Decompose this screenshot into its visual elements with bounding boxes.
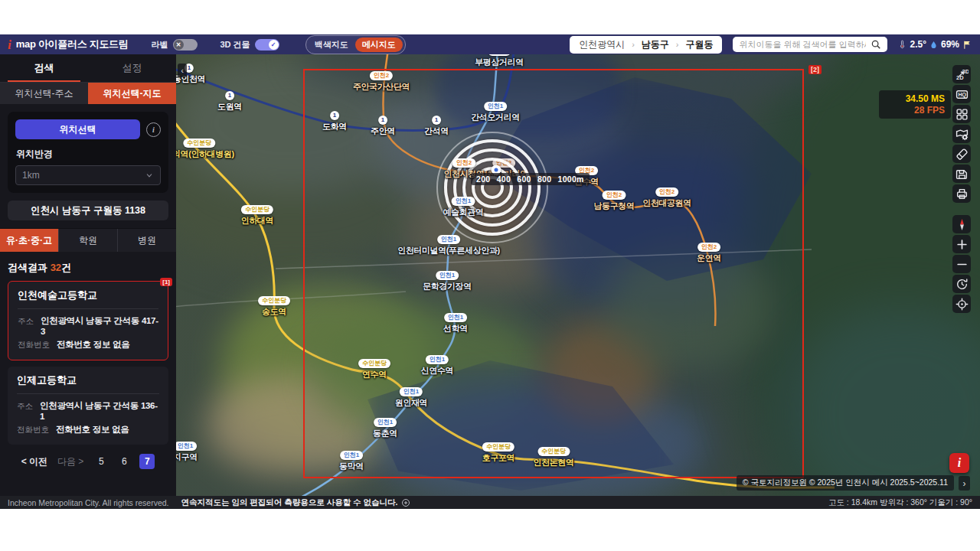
app-title: map 아이플러스 지도드림 (16, 37, 129, 51)
latency-value: 34.50 MS (885, 93, 945, 104)
result-phone: 전화번호 정보 없음 (56, 424, 129, 435)
map-settings-icon[interactable] (952, 125, 971, 143)
result-card[interactable]: 인제고등학교 주소인천광역시 남동구 간석동 136-1 전화번호전화번호 정보… (8, 367, 168, 445)
breadcrumb-city[interactable]: 인천광역시 (579, 38, 625, 51)
page-number[interactable]: 6 (116, 454, 132, 469)
mode-map-button[interactable]: 위치선택-지도 (88, 83, 176, 104)
field-label: 주소 (17, 401, 33, 412)
measure-icon[interactable] (952, 145, 971, 163)
hq-icon[interactable]: HQ (952, 85, 971, 103)
page-numbers: 567 (93, 454, 155, 469)
zoom-out-icon[interactable] (952, 255, 971, 273)
top-bar: i map 아이플러스 지도드림 라벨 ✕ 3D 건물 ✓ 백색지도 메시지도 … (0, 34, 980, 54)
sidebar-tabs: 검색 설정 (0, 54, 176, 83)
locate-icon[interactable] (952, 295, 971, 313)
search-icon[interactable] (871, 39, 881, 50)
search-input[interactable]: 위치이동을 위해 검색어를 입력하세요. (733, 37, 887, 52)
chevron-right-icon: › (632, 40, 635, 49)
result-card[interactable]: [1]인천예술고등학교 주소인천광역시 남동구 간석동 417-3 전화번호전화… (8, 281, 168, 360)
field-label: 전화번호 (17, 425, 49, 435)
info-icon[interactable]: i (146, 122, 161, 137)
history-icon[interactable] (952, 275, 971, 293)
copyright-text: Incheon Metropolitan City. All rights re… (8, 498, 169, 507)
results-count: 32 (51, 262, 61, 273)
results-count-label: 검색결과 32건 (8, 261, 168, 275)
building-toggle-group: 3D 건물 ✓ (220, 39, 279, 51)
sidebar: 검색 설정 위치선택-주소 위치선택-지도 위치선택 i 위치반경 1km 인천… (0, 54, 176, 496)
svg-text:HQ: HQ (958, 92, 966, 98)
page-number[interactable]: 5 (93, 454, 109, 469)
performance-indicator: 34.50 MS 28 FPS (879, 90, 951, 119)
label-toggle-label: 라벨 (152, 39, 168, 51)
plus-circle-icon[interactable] (401, 498, 410, 507)
mode-address-button[interactable]: 위치선택-주소 (0, 83, 88, 104)
grid-icon[interactable] (952, 105, 971, 123)
chevron-right-icon: › (676, 40, 679, 49)
compass-icon[interactable] (952, 215, 971, 233)
breadcrumb[interactable]: 인천광역시 › 남동구 › 구월동 (570, 36, 722, 54)
humidity-value: 69% (941, 39, 959, 50)
zoom-in-icon[interactable] (952, 235, 971, 253)
save-icon[interactable] (952, 165, 971, 183)
search-placeholder: 위치이동을 위해 검색어를 입력하세요. (739, 39, 866, 51)
mesh-map-button[interactable]: 메시지도 (355, 37, 403, 52)
category-tabs: 유·초·중·고학원병원 (0, 228, 176, 252)
field-label: 전화번호 (18, 340, 50, 350)
result-address: 인천광역시 남동구 간석동 136-1 (40, 400, 159, 421)
camera-status: 고도 : 18.4km 방위각 : 360° 기울기 : 90° (828, 497, 972, 508)
dimension-toggle-icon[interactable]: 2D3D (952, 65, 971, 83)
map-attribution: © 국토지리정보원 © 2025년 인천시 메시 2025.5~2025.11 (737, 475, 954, 491)
tab-search[interactable]: 검색 (0, 54, 88, 82)
white-map-button[interactable]: 백색지도 (315, 39, 348, 51)
tab-settings[interactable]: 설정 (88, 54, 176, 82)
notice-text: 연속지적도는 임의 편집되어 측량용으로 사용할 수 없습니다. (181, 497, 398, 508)
select-location-button[interactable]: 위치선택 (15, 119, 140, 139)
cadastral-notice: 연속지적도는 임의 편집되어 측량용으로 사용할 수 없습니다. (181, 497, 411, 508)
info-floating-button[interactable]: i (949, 453, 969, 473)
x-icon: ✕ (174, 40, 184, 50)
label-toggle-group: 라벨 ✕ (152, 39, 198, 51)
chevron-down-icon (145, 171, 154, 180)
app-logo[interactable]: i map 아이플러스 지도드림 (8, 37, 129, 51)
active-tab-underline (8, 80, 80, 82)
logo-i-icon: i (8, 38, 11, 51)
result-phone: 전화번호 정보 없음 (57, 339, 129, 350)
attribution-expand-button[interactable]: › (959, 476, 970, 491)
selected-address[interactable]: 인천시 남동구 구월동 1138 (8, 201, 168, 220)
label-toggle[interactable]: ✕ (173, 39, 198, 51)
radius-label: 위치반경 (16, 148, 161, 161)
page-number[interactable]: 7 (139, 454, 155, 469)
fps-value: 28 FPS (885, 105, 945, 116)
radius-scale-tooltip: 200 400 600 800 1000m (471, 173, 590, 185)
category-tab[interactable]: 병원 (118, 229, 176, 252)
next-page-button[interactable]: 다음 > (57, 455, 83, 468)
category-tab[interactable]: 학원 (59, 229, 118, 252)
location-panel: 위치선택 i 위치반경 1km (8, 112, 168, 193)
radius-value: 1km (22, 170, 40, 181)
result-badge: [1] (160, 278, 172, 286)
category-tab[interactable]: 유·초·중·고 (0, 229, 59, 252)
mesh-boundary (303, 69, 804, 478)
result-address: 인천광역시 남동구 간석동 417-3 (41, 315, 158, 336)
radius-select[interactable]: 1km (15, 165, 161, 185)
toolbar-top: 2D3DHQ (952, 65, 971, 203)
map-canvas[interactable]: [2] 200 400 600 800 1000m 1동인천역1도원역1도화역1… (176, 54, 980, 496)
prev-page-button[interactable]: < 이전 (21, 455, 47, 468)
flag-icon (962, 40, 972, 50)
result-title: 인천예술고등학교 (18, 289, 158, 309)
breadcrumb-district[interactable]: 남동구 (642, 38, 669, 51)
check-icon: ✓ (269, 40, 279, 50)
result-title: 인제고등학교 (17, 373, 159, 394)
status-bar: Incheon Metropolitan City. All rights re… (0, 496, 980, 509)
building-toggle[interactable]: ✓ (255, 39, 279, 51)
sidebar-collapse-button[interactable]: ‹ (178, 64, 187, 77)
results-prefix: 검색결과 (8, 262, 51, 273)
droplet-icon (929, 40, 938, 50)
breadcrumb-dong[interactable]: 구월동 (685, 38, 713, 51)
field-label: 주소 (18, 316, 34, 327)
print-icon[interactable] (952, 184, 971, 203)
radius-ring-halo (436, 132, 548, 243)
pagination: < 이전 다음 > 567 (0, 454, 176, 469)
weather-widget: 2.5° 69% (898, 39, 972, 50)
mesh-boundary-badge: [2] (808, 65, 822, 74)
